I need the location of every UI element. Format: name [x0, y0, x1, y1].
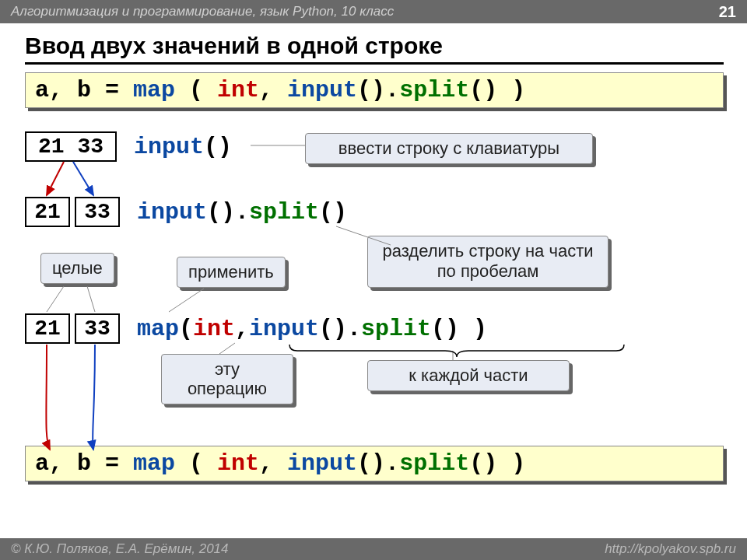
code-seg: input [287, 450, 357, 477]
code-seg: (). [357, 77, 399, 103]
top-bar: Алгоритмизация и программирование, язык … [0, 0, 747, 23]
code-seg: () ) [431, 316, 487, 342]
callout-to-each: к каждой части [367, 360, 570, 391]
code-seg: a, b = [35, 450, 133, 477]
code-seg: split [249, 199, 319, 226]
code-seg: , [235, 316, 249, 342]
callout-this-op: эту операцию [161, 354, 293, 404]
value-box: 21 [25, 313, 70, 344]
code-seg: () ) [469, 450, 525, 477]
code-seg: split [361, 316, 431, 342]
value-box: 21 33 [25, 131, 117, 162]
code-seg: map [133, 450, 175, 477]
code-seg: input [137, 199, 207, 226]
page-number: 21 [719, 0, 736, 23]
code-seg: , [259, 450, 287, 477]
code-seg: input [287, 77, 357, 103]
value-box: 21 [25, 197, 70, 227]
code-seg: (). [207, 199, 249, 226]
callout-split: разделить строку на части по пробелам [367, 236, 608, 288]
code-seg: ( [175, 77, 217, 103]
content-area: a, b = map ( int, input().split() ) 21 3… [25, 72, 724, 508]
callout-tselye: целые [40, 253, 114, 284]
svg-line-4 [87, 286, 95, 312]
callout-apply: применить [177, 257, 286, 288]
code-seg: input [134, 134, 204, 160]
slide-title: Ввод двух значений в одной строке [25, 33, 724, 65]
code-seg: a, b = [35, 77, 133, 103]
copyright: © К.Ю. Поляков, Е.А. Ерёмин, 2014 [11, 541, 229, 557]
code-seg: map [133, 77, 175, 103]
course-title: Алгоритмизация и программирование, язык … [11, 0, 394, 23]
code-seg: (). [319, 316, 361, 342]
code-seg: () [319, 199, 347, 226]
code-seg: (). [357, 450, 399, 477]
code-seg: input [249, 316, 319, 342]
code-seg: int [217, 77, 259, 103]
code-seg: ( [175, 450, 217, 477]
code-seg: int [193, 316, 235, 342]
callout-input: ввести строку с клавиатуры [305, 133, 593, 164]
value-box: 33 [75, 313, 120, 344]
code-seg: () ) [469, 77, 525, 103]
code-block-bottom: a, b = map ( int, input().split() ) [25, 446, 724, 481]
svg-line-3 [47, 286, 64, 312]
svg-line-7 [219, 343, 235, 354]
code-block-top: a, b = map ( int, input().split() ) [25, 72, 724, 108]
footer-bar: © К.Ю. Поляков, Е.А. Ерёмин, 2014 http:/… [0, 538, 747, 560]
code-seg: split [399, 77, 469, 103]
svg-line-1 [73, 162, 93, 195]
value-box: 33 [75, 197, 120, 227]
code-seg: ( [179, 316, 193, 342]
code-seg: , [259, 77, 287, 103]
code-seg: () [204, 134, 232, 160]
svg-line-5 [169, 289, 204, 312]
code-seg: int [217, 450, 259, 477]
svg-line-0 [47, 162, 64, 195]
code-seg: split [399, 450, 469, 477]
footer-url: http://kpolyakov.spb.ru [605, 541, 736, 557]
code-seg: map [137, 316, 179, 342]
